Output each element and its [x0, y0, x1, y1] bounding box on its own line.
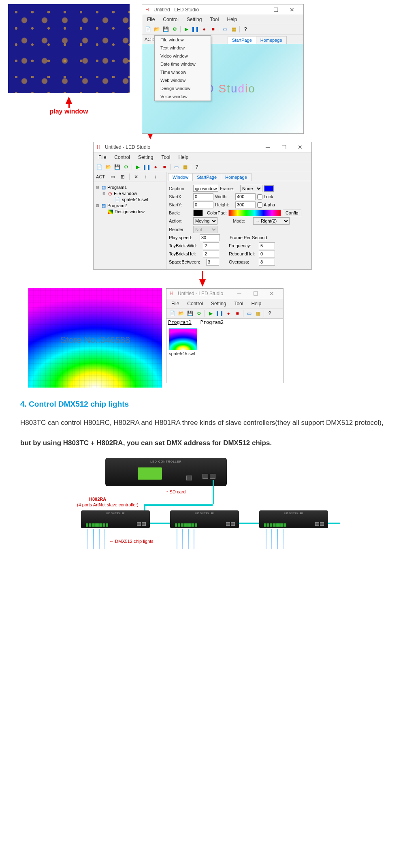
settings-icon[interactable]: ⚙ [122, 163, 130, 171]
height-input[interactable] [235, 201, 256, 208]
screen-icon[interactable]: ▭ [172, 163, 180, 171]
width-input[interactable] [235, 193, 256, 200]
window-icon[interactable]: ▦ [230, 25, 238, 33]
maximize-button[interactable]: ☐ [247, 288, 264, 299]
tree-sprite-file[interactable]: 📄sprite545.swf [96, 197, 164, 203]
save-icon[interactable]: 💾 [186, 309, 194, 317]
menu-control[interactable]: Control [111, 154, 133, 161]
help-icon[interactable]: ? [193, 163, 201, 171]
stop-icon[interactable]: ■ [160, 163, 168, 171]
startx-input[interactable] [193, 193, 213, 200]
pause-icon[interactable]: ❚❚ [215, 309, 224, 317]
window-icon[interactable]: ▦ [254, 309, 262, 317]
act-down-icon[interactable]: ↓ [151, 173, 160, 181]
starty-input[interactable] [193, 201, 213, 208]
menu-setting[interactable]: Setting [135, 154, 156, 161]
play-icon[interactable]: ▶ [182, 25, 190, 33]
caption-input[interactable] [193, 185, 218, 192]
frequency-input[interactable] [259, 242, 275, 249]
stop-icon[interactable]: ■ [209, 25, 217, 33]
open-icon[interactable]: 📂 [104, 163, 112, 171]
menu-help[interactable]: Help [175, 154, 192, 161]
record-icon[interactable]: ● [200, 25, 208, 33]
tab-startpage[interactable]: StartPage [228, 36, 256, 44]
toybricksw-input[interactable] [203, 242, 219, 249]
record-icon[interactable]: ● [224, 309, 232, 317]
tab-program2[interactable]: Program2 [200, 319, 224, 325]
play-icon[interactable]: ▶ [207, 309, 215, 317]
menu-setting[interactable]: Setting [183, 16, 205, 23]
dropdown-text-window[interactable]: Text window [155, 44, 211, 52]
close-button[interactable]: ✕ [264, 288, 280, 299]
overpass-input[interactable] [259, 259, 275, 266]
menu-tool[interactable]: Tool [207, 16, 222, 23]
dropdown-video-window[interactable]: Video window [155, 52, 211, 60]
minimize-button[interactable]: ─ [252, 4, 268, 15]
sprite-thumbnail[interactable] [169, 328, 197, 350]
action-select[interactable]: Moving [193, 217, 217, 225]
titlebar[interactable]: H Untitled - LED Studio ─ ☐ ✕ [166, 289, 283, 299]
screen-icon[interactable]: ▭ [221, 25, 229, 33]
play-icon[interactable]: ▶ [134, 163, 142, 171]
rebound-input[interactable] [259, 251, 275, 257]
minimize-button[interactable]: ─ [260, 142, 276, 152]
space-input[interactable] [206, 259, 219, 266]
lock-checkbox[interactable]: Lock [257, 194, 273, 199]
help-icon[interactable]: ? [266, 309, 274, 317]
tab-startpage[interactable]: StartPage [192, 173, 221, 181]
tab-homepage[interactable]: Homepage [221, 173, 252, 181]
act-up-icon[interactable]: ↑ [142, 173, 150, 181]
new-icon[interactable]: 📄 [144, 25, 152, 33]
settings-icon[interactable]: ⚙ [171, 25, 179, 33]
menu-control[interactable]: Control [184, 300, 206, 307]
dropdown-design-window[interactable]: Design window [155, 84, 211, 92]
record-icon[interactable]: ● [151, 163, 160, 171]
pause-icon[interactable]: ❚❚ [143, 163, 151, 171]
frame-select[interactable]: None [240, 185, 262, 192]
menu-file[interactable]: File [144, 16, 158, 23]
menu-help[interactable]: Help [248, 300, 264, 307]
titlebar[interactable]: H Untitled - LED Studio ─ ☐ ✕ [94, 142, 311, 153]
alpha-checkbox[interactable]: Alpha [257, 202, 275, 208]
open-icon[interactable]: 📂 [177, 309, 185, 317]
back-color[interactable] [193, 210, 203, 216]
dropdown-datetime-window[interactable]: Date time window [155, 60, 211, 68]
dropdown-voice-window[interactable]: Voice window [155, 92, 211, 101]
menu-tool[interactable]: Tool [231, 300, 246, 307]
menu-help[interactable]: Help [224, 16, 240, 23]
menu-tool[interactable]: Tool [158, 154, 173, 161]
maximize-button[interactable]: ☐ [276, 142, 292, 152]
open-icon[interactable]: 📂 [153, 25, 161, 33]
dropdown-file-window[interactable]: File window [155, 36, 211, 44]
menu-file[interactable]: File [168, 300, 182, 307]
menu-setting[interactable]: Setting [208, 300, 229, 307]
screen-icon[interactable]: ▭ [245, 309, 253, 317]
close-button[interactable]: ✕ [292, 142, 308, 152]
menu-file[interactable]: File [95, 154, 109, 161]
config-button[interactable]: Config [283, 210, 301, 216]
settings-icon[interactable]: ⚙ [195, 309, 203, 317]
color-pad[interactable] [228, 210, 281, 216]
tab-window[interactable]: Window [168, 173, 193, 181]
help-icon[interactable]: ? [241, 25, 249, 33]
pause-icon[interactable]: ❚❚ [191, 25, 199, 33]
window-icon[interactable]: ▦ [181, 163, 189, 171]
act-delete-icon[interactable]: ✕ [132, 173, 140, 181]
toybricksh-input[interactable] [203, 251, 219, 257]
tab-homepage[interactable]: Homepage [256, 36, 287, 44]
titlebar[interactable]: H Untitled - LED Studio ─ ☐ ✕ [142, 4, 303, 15]
mode-select[interactable]: → Right(2) [253, 217, 290, 225]
close-button[interactable]: ✕ [284, 4, 300, 15]
new-icon[interactable]: 📄 [168, 309, 176, 317]
menu-control[interactable]: Control [160, 16, 182, 23]
tab-program1[interactable]: Program1 [168, 319, 192, 325]
save-icon[interactable]: 💾 [162, 25, 170, 33]
save-icon[interactable]: 💾 [113, 163, 121, 171]
new-icon[interactable]: 📄 [95, 163, 103, 171]
stop-icon[interactable]: ■ [233, 309, 241, 317]
frame-color[interactable] [264, 185, 274, 192]
playspeed-input[interactable] [200, 234, 220, 241]
act-layout-icon[interactable]: ⊞ [119, 173, 127, 181]
act-new-icon[interactable]: ▭ [109, 173, 117, 181]
dropdown-time-window[interactable]: Time window [155, 68, 211, 76]
